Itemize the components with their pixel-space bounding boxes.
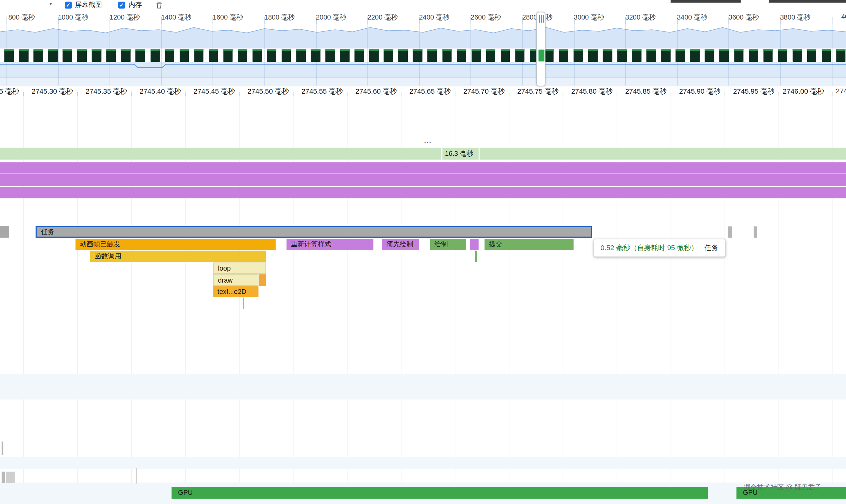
ruler-tick	[293, 92, 294, 96]
ruler-tick	[509, 92, 510, 96]
time-label: 274	[836, 87, 846, 95]
ruler-tick	[347, 92, 348, 96]
event-draw-tail[interactable]	[259, 274, 266, 286]
filmstrip-thumbnail	[33, 49, 43, 62]
tooltip-target: 任务	[705, 243, 719, 253]
ruler-tick	[617, 92, 618, 96]
filmstrip-thumbnail	[486, 49, 495, 62]
time-label: 2745.65 毫秒	[410, 87, 451, 96]
event-task[interactable]: 任务	[36, 226, 592, 238]
event-animation-frame-fired[interactable]: 动画帧已触发	[75, 239, 276, 250]
selected-frame-thumbnail	[538, 50, 544, 61]
handle-grip-icon[interactable]	[541, 15, 542, 23]
event-task-fragment-r1[interactable]	[728, 227, 732, 238]
overview-time-label: 3000 毫秒	[574, 13, 604, 22]
overview-time-label: 2000 毫秒	[316, 13, 346, 22]
animation-activity-row[interactable]	[0, 162, 846, 174]
time-label: 2745.55 毫秒	[301, 87, 343, 96]
event-paint[interactable]: 绘制	[430, 239, 466, 250]
filmstrip-thumbnail	[632, 49, 641, 62]
filmstrip-thumbnail	[661, 49, 671, 62]
event-task-fragment-r2[interactable]	[754, 227, 757, 238]
event-fragment[interactable]	[2, 442, 3, 455]
filmstrip-thumbnail	[369, 49, 379, 62]
overview-time-label: 800 毫秒	[8, 13, 35, 22]
ruler-tick	[401, 92, 401, 96]
collect-garbage-icon[interactable]	[155, 1, 163, 11]
event-loop[interactable]: loop	[213, 263, 266, 274]
filmstrip-thumbnail	[690, 49, 700, 62]
filmstrip-thumbnail	[501, 49, 510, 62]
filmstrip-thumbnail	[822, 49, 831, 62]
overview-time-label: 3200 毫秒	[625, 13, 656, 22]
overview-divider	[0, 86, 846, 86]
frame-separator	[441, 148, 442, 160]
time-label: 2745.50 毫秒	[247, 87, 289, 96]
ruler-tick	[832, 92, 833, 96]
event-pre-paint[interactable]: 预先绘制	[382, 239, 419, 250]
filmstrip-thumbnail	[150, 49, 160, 62]
filmstrip-thumbnail	[209, 49, 218, 62]
event-tooltip: 0.52 毫秒（自身耗时 95 微秒） 任务	[594, 239, 725, 257]
frame-bar[interactable]	[0, 148, 846, 160]
ruler-tick	[455, 92, 455, 96]
handle-grip-icon[interactable]	[539, 15, 540, 23]
event-fragment[interactable]	[2, 472, 5, 483]
filmstrip-thumbnail	[223, 49, 232, 62]
time-label: 2746.00 毫秒	[783, 87, 824, 96]
ruler-tick	[77, 92, 77, 96]
filmstrip-thumbnail	[340, 49, 349, 62]
watermark: 掘金技术社区 @ 既见君子	[743, 483, 822, 492]
overview-time-label: 3800 毫秒	[780, 13, 810, 22]
overview-time-label: 2400 毫秒	[419, 13, 449, 22]
filmstrip-thumbnail	[194, 49, 204, 62]
filmstrip-thumbnail	[763, 49, 773, 62]
frames-expander[interactable]: ...	[424, 136, 432, 144]
time-label: 2745.85 毫秒	[625, 87, 667, 96]
event-style-small[interactable]	[470, 239, 479, 250]
event-fragment[interactable]	[136, 468, 137, 484]
overview-tick	[832, 17, 832, 24]
handle-grip-icon[interactable]	[542, 15, 543, 23]
ruler-tick	[563, 92, 564, 96]
gpu-activity-bar[interactable]: GPU	[172, 487, 708, 499]
event-draw[interactable]: draw	[213, 274, 259, 286]
filmstrip-thumbnail	[836, 49, 846, 62]
time-label: 2745.60 毫秒	[356, 87, 397, 96]
ruler-tick	[671, 92, 671, 96]
filmstrip-thumbnail	[121, 49, 131, 62]
filmstrip-thumbnail	[428, 49, 437, 62]
ruler-tick	[778, 92, 779, 96]
animation-activity-row[interactable]	[0, 187, 846, 198]
filmstrip-thumbnail	[253, 49, 262, 62]
event-recalculate-style[interactable]: 重新计算样式	[287, 239, 374, 250]
filmstrip-thumbnail	[705, 49, 714, 62]
overview-time-label: 1800 毫秒	[264, 13, 295, 22]
screenshots-checkbox[interactable]: ✓	[65, 1, 72, 8]
time-label: 2745.30 毫秒	[32, 87, 73, 96]
overview-tick	[7, 17, 7, 24]
filmstrip-thumbnail	[544, 49, 554, 62]
event-fragment[interactable]	[6, 472, 15, 483]
filmstrip-thumbnail	[281, 49, 291, 62]
memory-checkbox[interactable]: ✓	[118, 1, 125, 8]
dropdown-caret-icon[interactable]: ▼	[49, 2, 53, 6]
filmstrip-thumbnail	[442, 49, 452, 62]
event-paint-tiny[interactable]	[475, 251, 477, 262]
event-teximage2d[interactable]: texI...e2D	[213, 286, 259, 297]
event-commit[interactable]: 提交	[485, 239, 574, 250]
memory-checkbox-label[interactable]: 内存	[128, 1, 142, 9]
ruler-tick	[131, 92, 132, 96]
filmstrip-thumbnail	[238, 49, 247, 62]
animation-activity-row[interactable]	[0, 174, 846, 186]
time-label: 2745.80 毫秒	[571, 87, 613, 96]
zoom-window-handle[interactable]	[536, 12, 546, 86]
event-function-call[interactable]: 函数调用	[90, 251, 266, 262]
screenshots-checkbox-label[interactable]: 屏幕截图	[75, 1, 102, 9]
event-task-fragment-left[interactable]	[0, 226, 9, 238]
event-tiny-marker[interactable]	[243, 298, 244, 309]
filmstrip-thumbnail	[413, 49, 422, 62]
time-label: 2745.70 毫秒	[463, 87, 505, 96]
filmstrip-thumbnail	[398, 49, 408, 62]
filmstrip-thumbnail	[603, 49, 612, 62]
